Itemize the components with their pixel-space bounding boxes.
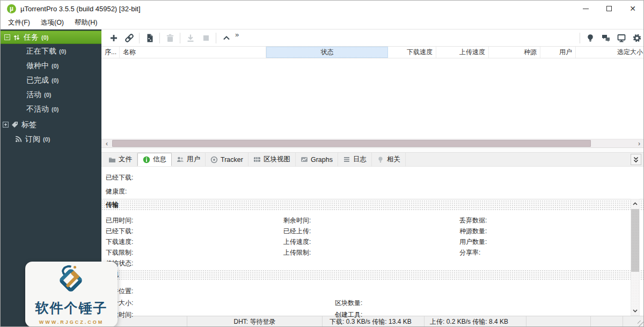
column-seeds[interactable]: 种源 [489,47,540,58]
chat-button[interactable] [598,31,613,45]
maximize-button[interactable] [597,1,621,17]
collapse-box-icon[interactable] [4,34,10,40]
gear-icon [632,33,642,43]
bulb-small-icon [377,156,384,164]
torrent-list-header: 序... 名称 状态 下载速度 上传速度 种源 用户 选定大小 [101,47,644,58]
sidebar-item-label: 任务 [24,33,39,42]
lightbulb-icon [586,33,595,43]
field-label: 创建工具: [335,310,362,319]
field-label: 分享率: [459,248,480,257]
horizontal-scrollbar[interactable]: ‹ › [101,139,644,148]
sidebar-item-count: (0) [52,77,58,84]
status-upload: 上传: 0.2 KB/s 传输: 8.4 KB [425,316,526,327]
sidebar-item-seeding[interactable]: 做种中 (0) [1,58,101,73]
sidebar-item-labels[interactable]: 标签 [1,117,101,132]
tab-info[interactable]: 信息 [137,153,172,166]
toolbar-overflow-button[interactable]: » [235,31,239,39]
field-label: 区块数量: [335,299,362,308]
column-selected-size[interactable]: 选定大小 [576,47,644,58]
vertical-scroll-thumb[interactable] [631,209,639,272]
field-label: 已经下载: [106,227,133,236]
torrent-list [101,58,644,139]
statusbar: DHT: 等待登录 下载: 0.3 KB/s 传输: 13.4 KB 上传: 0… [101,316,644,327]
tab-files[interactable]: 文件 [104,153,137,166]
scroll-right-arrow[interactable]: › [635,139,643,147]
create-torrent-button[interactable] [142,31,157,45]
info-icon [143,156,150,164]
pieces-grid-icon [253,156,261,163]
sidebar-item-feeds[interactable]: 订阅 (0) [1,132,101,146]
maximize-icon [606,6,612,11]
field-label: 已经上传: [283,227,311,236]
minimize-icon [583,9,589,9]
tab-label: Tracker [221,156,243,164]
scroll-left-arrow[interactable]: ‹ [103,139,111,147]
add-from-link-button[interactable] [121,31,137,45]
status-segment-empty [526,316,591,327]
rss-icon [15,136,22,143]
scroll-up-arrow[interactable] [631,199,639,208]
downloaded-label: 已经下载: [106,173,133,182]
chevron-up-icon [222,33,231,43]
tab-logger[interactable]: 日志 [338,153,372,166]
menu-options[interactable]: 选项(O) [35,17,69,29]
graph-icon [301,156,308,163]
toolbar-separator [580,33,580,43]
column-up-speed[interactable]: 上传速度 [436,47,489,58]
sidebar-item-tasks[interactable]: 任务 (0) [1,31,101,44]
resize-grip[interactable] [638,321,643,326]
menubar: 文件(F) 选项(O) 帮助(H) [1,17,644,29]
stop-button[interactable] [198,31,214,45]
tab-peers[interactable]: 用户 [172,153,206,166]
tab-graphs[interactable]: Graphs [296,153,338,166]
scroll-down-arrow[interactable] [631,307,639,315]
tab-related[interactable]: 相关 [372,153,406,166]
tab-tracker[interactable]: Tracker [206,153,248,166]
hint-button[interactable] [582,31,598,45]
field-label: 上传速度: [283,237,311,247]
chat-bubbles-icon [601,33,611,43]
tab-pieces[interactable]: 区块视图 [248,153,296,166]
column-order[interactable]: 序... [101,47,120,58]
horizontal-scroll-thumb[interactable] [112,140,591,147]
status-segment-empty [623,316,644,327]
sidebar-item-count: (0) [43,136,50,143]
toolbar-separator [159,33,160,43]
sidebar-item-completed[interactable]: 已完成 (0) [1,73,101,87]
expand-box-icon[interactable] [3,122,9,128]
health-label: 健康度: [106,187,127,196]
watermark-title: 软件个锤子 [35,299,108,317]
detail-tabbar: 文件 信息 用户 Tracker [101,153,644,167]
menu-file[interactable]: 文件(F) [3,17,35,29]
tab-overflow-button[interactable] [631,154,641,165]
column-label: 种源 [524,48,537,57]
move-up-queue-button[interactable] [218,31,234,45]
column-status[interactable]: 状态 [266,47,388,58]
sidebar-item-count: (0) [59,48,66,55]
sidebar-item-label: 正在下载 [26,47,56,56]
column-name[interactable]: 名称 [120,47,266,58]
tracker-icon [210,156,218,164]
vertical-scrollbar[interactable] [631,199,640,316]
remote-devices-button[interactable] [613,31,629,45]
sidebar-item-active[interactable]: 活动 (0) [1,87,101,102]
splitter[interactable] [101,148,644,153]
status-dht: DHT: 等待登录 [187,316,323,327]
window-title: µTorrentPro 3.5.5 (build 45952) [32-bit] [20,5,141,13]
close-button[interactable]: ✕ [621,1,644,17]
sidebar-item-downloading[interactable]: 正在下载 (0) [1,44,101,58]
watermark-card: 软件个锤子 WWW.RJGCZ.COM [25,262,118,327]
tab-label: 文件 [119,155,132,164]
minimize-button[interactable] [574,1,597,17]
column-peers[interactable]: 用户 [540,47,576,58]
add-torrent-button[interactable] [106,31,121,45]
column-down-speed[interactable]: 下载速度 [388,47,436,58]
sidebar-item-count: (0) [52,63,58,69]
remove-button[interactable] [162,31,178,45]
start-download-button[interactable] [182,31,198,45]
sidebar-item-inactive[interactable]: 不活动 (0) [1,102,101,116]
menu-help[interactable]: 帮助(H) [69,17,103,29]
sidebar-item-label: 订阅 [25,135,40,144]
settings-button[interactable] [629,31,644,45]
toolbar-separator [216,33,216,43]
